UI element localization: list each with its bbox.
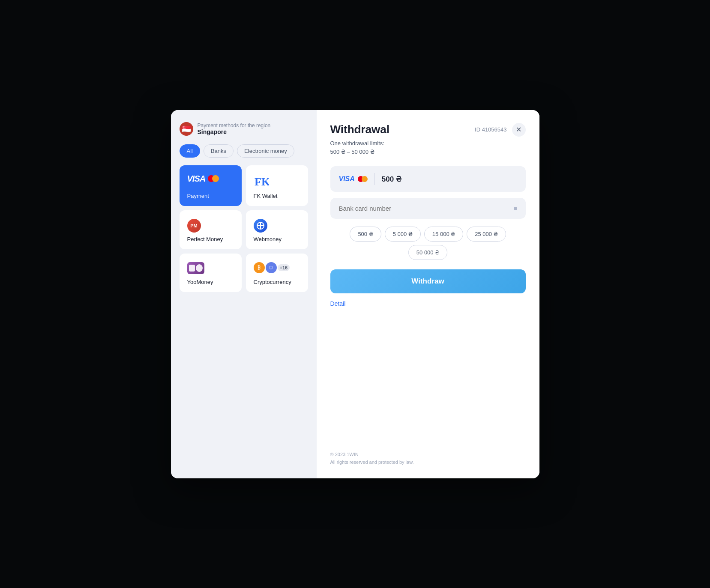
filter-tab-all[interactable]: All xyxy=(180,144,200,158)
withdrawal-title: Withdrawal xyxy=(330,123,389,136)
detail-link[interactable]: Detail xyxy=(330,300,526,307)
pm-card-name: Perfect Money xyxy=(187,236,223,242)
fk-card-name: FK Wallet xyxy=(254,193,278,199)
visa-label: VISA xyxy=(339,175,355,183)
yoo-card-name: YooMoney xyxy=(187,279,213,285)
wm-card-name: Webmoney xyxy=(254,236,282,242)
payment-method-crypto[interactable]: ₿ ⬡ +16 Cryptocurrency xyxy=(246,254,308,292)
footer: © 2023 1WIN All rights reserved and prot… xyxy=(330,438,526,466)
mastercard-icon xyxy=(208,175,219,182)
flag-icon: 🇸🇬 xyxy=(180,122,193,136)
fk-logo: FK xyxy=(254,174,269,189)
wm-logo xyxy=(254,219,267,233)
payment-method-fk[interactable]: FK FK Wallet xyxy=(246,165,308,206)
card-number-field[interactable] xyxy=(330,198,526,219)
region-header: 🇸🇬 Payment methods for the region Singap… xyxy=(180,122,308,136)
withdrawal-id: ID 41056543 xyxy=(475,126,506,133)
crypto-card-name: Cryptocurrency xyxy=(254,279,291,285)
payment-method-wm[interactable]: Webmoney xyxy=(246,210,308,249)
svg-point-5 xyxy=(196,264,203,272)
card-number-input[interactable] xyxy=(339,205,514,212)
chip-50000[interactable]: 50 000 ₴ xyxy=(408,245,447,260)
region-name: Singapore xyxy=(198,128,271,135)
chip-5000[interactable]: 5 000 ₴ xyxy=(385,227,421,242)
payment-grid: VISA Payment FK FK Wallet xyxy=(180,165,308,292)
mc-display-icon xyxy=(358,176,368,182)
plus-badge: +16 xyxy=(278,264,290,271)
limits-line2: 500 ₴ – 50 000 ₴ xyxy=(330,149,374,155)
close-button[interactable]: ✕ xyxy=(512,123,526,137)
footer-line2: All rights reserved and protected by law… xyxy=(330,459,526,466)
filter-tabs: All Banks Electronic money xyxy=(180,144,308,158)
limits-text: One withdrawal limits: 500 ₴ – 50 000 ₴ xyxy=(330,139,526,157)
payment-method-visa[interactable]: VISA Payment xyxy=(180,165,242,206)
chip-25000[interactable]: 25 000 ₴ xyxy=(467,227,506,242)
withdrawal-header: Withdrawal ID 41056543 ✕ xyxy=(330,123,526,137)
withdrawal-modal: 🇸🇬 Payment methods for the region Singap… xyxy=(171,110,539,478)
svg-rect-4 xyxy=(189,265,195,272)
btc-icon: ₿ xyxy=(254,262,265,273)
chip-15000[interactable]: 15 000 ₴ xyxy=(424,227,463,242)
amount-display: VISA 500 ₴ xyxy=(330,166,526,192)
pm-logo: PM xyxy=(187,219,201,233)
payment-method-yoo[interactable]: YooMoney xyxy=(180,254,242,292)
header-right: ID 41056543 ✕ xyxy=(475,123,525,137)
yoo-logo xyxy=(187,262,204,274)
footer-line1: © 2023 1WIN xyxy=(330,451,526,459)
right-panel: Withdrawal ID 41056543 ✕ One withdrawal … xyxy=(317,110,539,478)
crypto-logos: ₿ ⬡ +16 xyxy=(254,262,290,273)
limits-line1: One withdrawal limits: xyxy=(330,140,384,146)
visa-card-name: Payment xyxy=(187,193,209,199)
visa-text: VISA xyxy=(187,174,206,184)
chip-500[interactable]: 500 ₴ xyxy=(350,227,381,242)
withdraw-button[interactable]: Withdraw xyxy=(330,269,526,293)
svg-text:FK: FK xyxy=(255,176,269,188)
eth-icon: ⬡ xyxy=(266,262,277,273)
left-panel: 🇸🇬 Payment methods for the region Singap… xyxy=(171,110,317,478)
filter-tab-banks[interactable]: Banks xyxy=(204,144,234,158)
dot-indicator xyxy=(514,207,517,210)
visa-logo: VISA xyxy=(187,174,219,184)
region-label: Payment methods for the region xyxy=(198,122,271,128)
amount-chips: 500 ₴ 5 000 ₴ 15 000 ₴ 25 000 ₴ 50 000 ₴ xyxy=(330,227,526,260)
region-text: Payment methods for the region Singapore xyxy=(198,122,271,135)
amount-divider xyxy=(374,173,375,185)
visa-display-icon: VISA xyxy=(339,175,368,183)
filter-tab-electronic[interactable]: Electronic money xyxy=(237,144,294,158)
payment-method-pm[interactable]: PM Perfect Money xyxy=(180,210,242,249)
amount-value: 500 ₴ xyxy=(382,175,401,184)
